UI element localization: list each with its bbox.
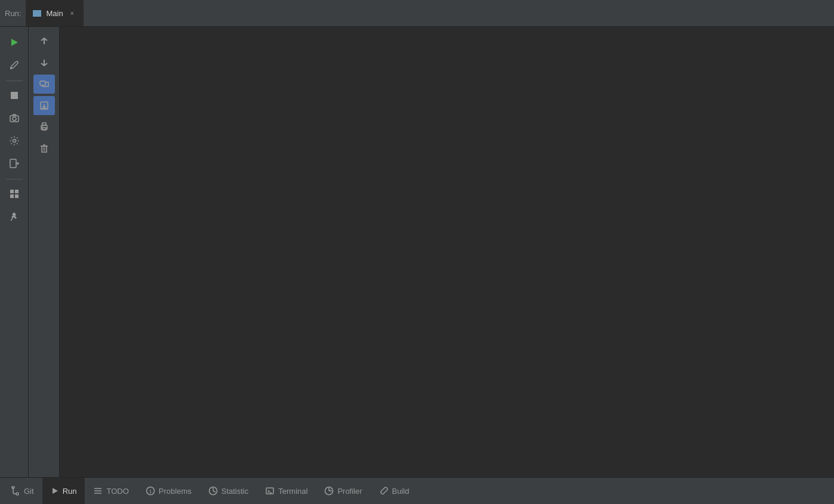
run-icon[interactable] [4, 32, 25, 53]
build-tab[interactable]: Build [371, 478, 418, 504]
git-icon [11, 486, 20, 496]
terminal-tab[interactable]: Terminal [257, 478, 316, 504]
build-icon [379, 486, 389, 496]
svg-marker-25 [53, 488, 58, 494]
problems-tab[interactable]: i Problems [137, 478, 200, 504]
print-icon[interactable] [33, 118, 55, 137]
tab-label: Main [46, 9, 63, 18]
profiler-tab-label: Profiler [337, 487, 362, 496]
todo-tab-label: TODO [106, 487, 128, 496]
profiler-icon [324, 486, 334, 496]
camera-icon[interactable] [4, 107, 25, 129]
settings-icon[interactable] [4, 130, 25, 151]
import-icon[interactable] [4, 153, 25, 174]
svg-rect-9 [10, 194, 14, 198]
svg-rect-6 [10, 159, 16, 168]
svg-marker-0 [11, 39, 18, 46]
save-to-file-icon[interactable] [33, 96, 55, 115]
svg-rect-12 [40, 81, 45, 85]
todo-tab[interactable]: TODO [85, 478, 137, 504]
move-up-icon[interactable] [33, 32, 55, 51]
svg-text:i: i [150, 488, 152, 494]
run-label: Run: [5, 9, 21, 18]
svg-line-11 [11, 218, 13, 221]
title-bar: Run: Main × [0, 0, 834, 27]
problems-icon: i [146, 486, 155, 496]
tab-close-button[interactable]: × [68, 9, 76, 17]
svg-point-18 [42, 126, 43, 128]
build-tab-label: Build [392, 487, 410, 496]
profiler-tab[interactable]: Profiler [316, 478, 370, 504]
panels-icon[interactable] [4, 183, 25, 205]
git-tab[interactable]: Git [2, 478, 42, 504]
todo-icon [93, 486, 103, 496]
svg-point-4 [13, 117, 16, 120]
svg-rect-2 [11, 92, 18, 99]
git-tab-label: Git [24, 487, 34, 496]
wrench-icon[interactable] [4, 54, 25, 76]
clear-icon[interactable] [33, 139, 55, 158]
run-tab-icon [51, 487, 59, 495]
svg-rect-17 [42, 128, 46, 130]
secondary-toolbar [29, 27, 60, 477]
content-area [60, 27, 834, 477]
main-tab[interactable]: Main × [26, 0, 83, 26]
problems-tab-label: Problems [159, 487, 192, 496]
stop-icon[interactable] [4, 85, 25, 106]
status-bar: Git Run TODO i Problems [0, 477, 834, 504]
svg-rect-8 [15, 190, 19, 193]
move-down-icon[interactable] [33, 53, 55, 72]
run-tab[interactable]: Run [42, 478, 85, 504]
statistic-tab[interactable]: Statistic [200, 478, 257, 504]
sidebar-divider-1 [6, 81, 23, 81]
rerun-icon[interactable] [33, 75, 55, 94]
terminal-icon [265, 486, 275, 496]
left-sidebar [0, 27, 29, 477]
svg-rect-7 [10, 190, 14, 193]
pin-icon[interactable] [4, 206, 25, 227]
svg-rect-16 [42, 123, 46, 125]
tab-window-icon [33, 10, 41, 17]
terminal-tab-label: Terminal [278, 487, 307, 496]
statistic-tab-label: Statistic [221, 487, 249, 496]
main-area [0, 27, 834, 477]
statistic-icon [208, 486, 218, 496]
svg-point-24 [16, 493, 19, 495]
run-tab-label: Run [63, 487, 77, 496]
sidebar-divider-2 [6, 179, 23, 180]
svg-rect-10 [15, 194, 19, 198]
svg-point-5 [13, 140, 16, 143]
